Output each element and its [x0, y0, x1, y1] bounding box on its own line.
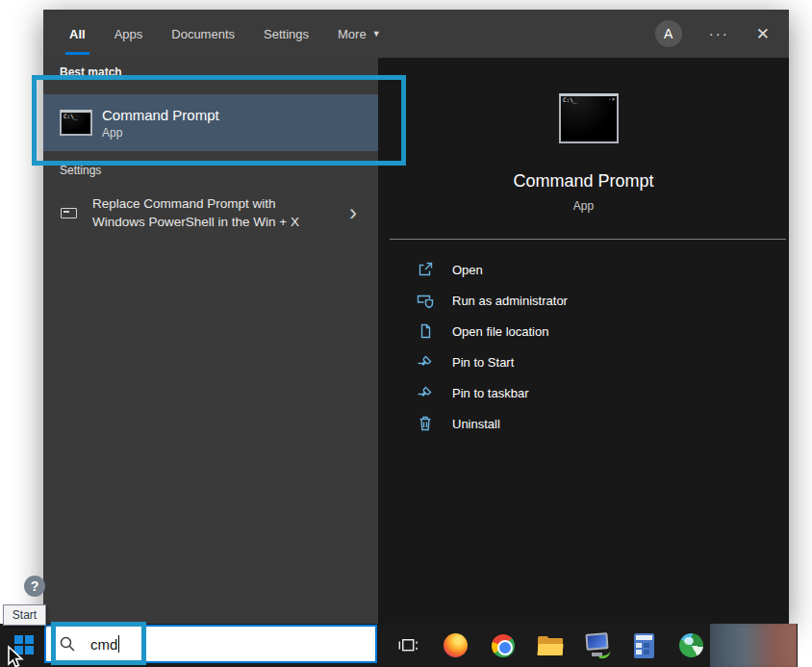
tab-documents[interactable]: Documents [171, 10, 235, 58]
results-panel: Best match C:\_ Command Prompt App Setti… [43, 58, 378, 624]
pin-icon [417, 353, 434, 371]
tab-settings[interactable]: Settings [264, 10, 309, 58]
taskbar-search-input[interactable]: cmd [44, 625, 377, 663]
taskbar: cmd [0, 624, 798, 667]
filter-tabs: All Apps Documents Settings More ▼ [43, 10, 381, 58]
app-subtitle: App [378, 199, 789, 213]
calculator-icon [634, 633, 654, 658]
mouse-cursor [6, 645, 27, 667]
command-prompt-icon: C:\_ [60, 110, 92, 136]
vpn-globe-button[interactable] [668, 624, 715, 667]
search-flyout-window: All Apps Documents Settings More ▼ A ·· [43, 10, 789, 624]
pc-monitor-icon [584, 633, 611, 658]
settings-result-item[interactable]: Replace Command Prompt with Windows Powe… [43, 185, 378, 241]
settings-section-header: Settings [60, 164, 101, 177]
divider [390, 239, 786, 240]
more-options-icon[interactable]: ··· [709, 29, 729, 38]
action-open-file-location[interactable]: Open file location [417, 316, 779, 346]
start-tooltip: Start [3, 604, 46, 626]
best-match-result[interactable]: C:\_ Command Prompt App [43, 94, 378, 151]
admin-shield-icon [417, 292, 434, 309]
action-uninstall[interactable]: Uninstall [417, 408, 779, 439]
search-filter-bar: All Apps Documents Settings More ▼ A ·· [43, 10, 789, 58]
pc-app-button[interactable] [573, 624, 621, 667]
task-view-button[interactable] [385, 624, 432, 667]
chrome-icon [492, 634, 515, 657]
action-run-as-admin[interactable]: Run as administrator [417, 285, 779, 316]
action-open[interactable]: Open [417, 254, 779, 285]
detail-panel: C:\_ - × Command Prompt App Open [378, 58, 789, 624]
account-avatar[interactable]: A [655, 20, 682, 47]
chevron-down-icon: ▼ [372, 29, 381, 38]
chevron-right-icon: › [349, 203, 357, 222]
best-match-header: Best match [60, 65, 122, 79]
trash-icon [417, 415, 434, 432]
action-pin-to-taskbar[interactable]: Pin to taskbar [417, 377, 779, 408]
file-location-icon [417, 322, 434, 340]
close-icon[interactable]: ✕ [756, 24, 770, 44]
tab-all[interactable]: All [69, 10, 86, 58]
screenshot-stage: All Apps Documents Settings More ▼ A ·· [0, 0, 812, 667]
search-icon [59, 635, 77, 654]
display-settings-icon [61, 208, 77, 218]
command-prompt-icon-large: C:\_ - × [559, 93, 619, 143]
task-view-icon [397, 634, 419, 656]
result-title: Command Prompt [102, 107, 219, 123]
action-pin-to-start[interactable]: Pin to Start [417, 346, 779, 377]
action-list: Open Run as administrator Open file [417, 254, 779, 439]
firefox-button[interactable] [432, 624, 479, 667]
tab-more[interactable]: More ▼ [338, 10, 381, 58]
file-explorer-icon [538, 636, 563, 655]
result-subtitle: App [102, 126, 219, 140]
tray-blurred-thumbnail[interactable] [710, 624, 797, 667]
search-query-text: cmd [90, 636, 117, 653]
settings-item-label: Replace Command Prompt with Windows Powe… [92, 194, 314, 231]
open-icon [417, 261, 434, 278]
chrome-button[interactable] [479, 624, 526, 667]
help-bubble-icon[interactable]: ? [24, 576, 45, 597]
calculator-button[interactable] [621, 624, 668, 667]
app-title: Command Prompt [378, 171, 789, 192]
firefox-icon [444, 633, 468, 657]
tab-apps[interactable]: Apps [114, 10, 143, 58]
pin-icon [417, 384, 434, 401]
file-explorer-button[interactable] [526, 624, 573, 667]
globe-icon [679, 633, 703, 657]
text-caret [118, 635, 119, 653]
